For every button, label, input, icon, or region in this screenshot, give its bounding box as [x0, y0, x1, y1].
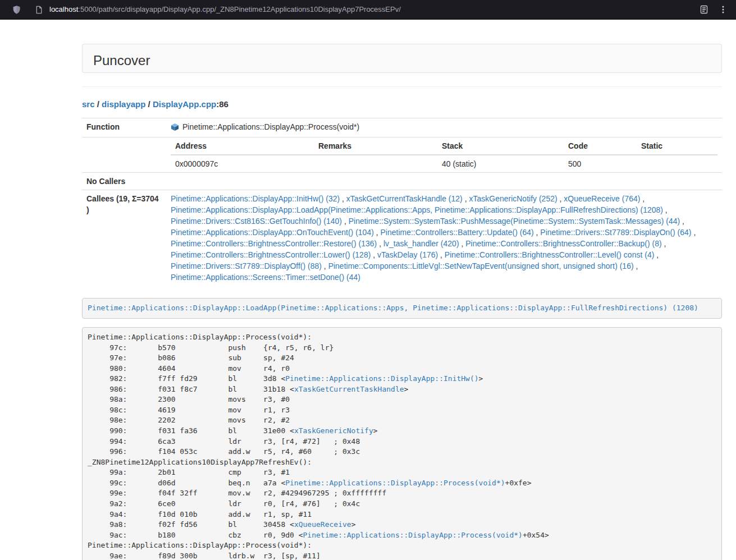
function-details-cell: Address Remarks Stack Code Static 0x0000…: [166, 137, 722, 173]
callee-link[interactable]: Pinetime::Drivers::St7789::DisplayOff() …: [171, 261, 322, 270]
breadcrumb-line-number: :86: [216, 99, 228, 109]
callee-link[interactable]: xTaskGenericNotify (252): [469, 194, 557, 203]
reader-view-icon[interactable]: [697, 2, 711, 17]
callee-link[interactable]: Pinetime::Controllers::BrightnessControl…: [465, 239, 661, 248]
column-stack: Stack: [437, 137, 564, 155]
callee-separator: ,: [459, 239, 466, 248]
function-name: Pinetime::Applications::DisplayApp::Proc…: [182, 122, 359, 131]
callee-link[interactable]: lv_task_handler (420): [383, 239, 459, 248]
callee-link[interactable]: vTaskDelay (176): [377, 250, 438, 259]
callee-separator: ,: [534, 228, 541, 237]
browser-chrome: localhost:5000/path/src/displayapp/Displ…: [0, 0, 736, 20]
callees-label: Callees (19, Σ=3704 ): [82, 190, 166, 286]
callee-separator: ,: [438, 250, 445, 259]
page-icon[interactable]: [31, 2, 46, 17]
callee-link[interactable]: Pinetime::Controllers::Battery::Update()…: [381, 228, 534, 237]
tracking-protection-shield-icon[interactable]: [9, 2, 24, 17]
table-row: 0x0000097c 40 (static) 500: [171, 155, 717, 172]
code-symbol-link[interactable]: xTaskGetCurrentTaskHandle: [294, 385, 404, 393]
function-cube-icon: [171, 123, 179, 134]
callee-separator: ,: [377, 239, 383, 248]
callee-separator: ,: [371, 250, 377, 259]
callee-link[interactable]: xQueueReceive (764): [564, 194, 640, 203]
url-path: :5000/path/src/displayapp/DisplayApp.cpp…: [78, 5, 401, 13]
callees-row: Callees (19, Σ=3704 ) Pinetime::Applicat…: [82, 190, 722, 286]
breadcrumb-separator: /: [95, 99, 102, 109]
callee-link[interactable]: Pinetime::Drivers::St7789::DisplayOn() (…: [540, 228, 691, 237]
highlighted-symbol-link[interactable]: Pinetime::Applications::DisplayApp::Load…: [88, 304, 698, 312]
callee-separator: ,: [322, 261, 328, 270]
callee-link[interactable]: Pinetime::Components::LittleVgl::SetNewT…: [328, 261, 634, 270]
callee-separator: ,: [692, 228, 696, 237]
url-host: localhost: [49, 5, 78, 13]
function-name-cell: Pinetime::Applications::DisplayApp::Proc…: [166, 118, 722, 137]
kebab-menu-icon[interactable]: [716, 2, 730, 17]
callee-separator: ,: [662, 239, 666, 248]
divider: [82, 86, 722, 87]
column-code: Code: [564, 137, 637, 155]
callee-separator: ,: [342, 217, 349, 226]
breadcrumb-src-link[interactable]: src: [82, 99, 95, 109]
code-symbol-link[interactable]: xTaskGenericNotify: [294, 426, 373, 435]
callees-cell: Pinetime::Applications::DisplayApp::Init…: [166, 190, 722, 286]
callee-separator: ,: [640, 194, 644, 203]
callee-link[interactable]: Pinetime::Controllers::BrightnessControl…: [171, 239, 377, 248]
callee-link[interactable]: Pinetime::Applications::Screens::Timer::…: [171, 273, 360, 282]
code-cell: 500: [564, 155, 637, 172]
app-header: Puncover: [82, 44, 722, 73]
callee-separator: ,: [680, 217, 684, 226]
column-static: Static: [637, 137, 717, 155]
details-header-row: Address Remarks Stack Code Static: [171, 137, 717, 155]
no-callers-row: No Callers: [82, 173, 722, 190]
callee-link[interactable]: Pinetime::Applications::DisplayApp::Init…: [171, 194, 340, 203]
callees-list: Pinetime::Applications::DisplayApp::Init…: [171, 193, 717, 283]
column-remarks: Remarks: [314, 137, 437, 155]
page-title: Puncover: [93, 53, 150, 68]
disassembly: Pinetime::Applications::DisplayApp::Proc…: [82, 327, 722, 560]
function-details-row: Address Remarks Stack Code Static 0x0000…: [82, 137, 722, 173]
callee-separator: ,: [663, 205, 668, 214]
function-row: Function Pinetime::Applications::Display…: [82, 118, 722, 137]
static-cell: [637, 155, 717, 172]
page-container: Puncover src / displayapp / DisplayApp.c…: [82, 20, 722, 560]
callee-link[interactable]: Pinetime::Controllers::BrightnessControl…: [171, 250, 371, 259]
callee-separator: ,: [634, 261, 638, 270]
callee-link[interactable]: xTaskGetCurrentTaskHandle (12): [346, 194, 463, 203]
callee-separator: ,: [340, 194, 346, 203]
empty-label-cell: [82, 137, 166, 173]
no-callers-label: No Callers: [82, 173, 166, 190]
function-label: Function: [82, 118, 166, 137]
no-callers-cell: [166, 173, 722, 190]
stack-cell: 40 (static): [437, 155, 564, 172]
code-symbol-link[interactable]: xQueueReceive: [294, 520, 351, 529]
callee-link[interactable]: Pinetime::Drivers::Cst816S::GetTouchInfo…: [171, 217, 342, 226]
url-bar[interactable]: localhost:5000/path/src/displayapp/Displ…: [49, 4, 697, 15]
breadcrumb: src / displayapp / DisplayApp.cpp:86: [82, 98, 722, 110]
column-address: Address: [171, 137, 314, 155]
function-details-table: Address Remarks Stack Code Static 0x0000…: [171, 137, 717, 172]
function-table: Function Pinetime::Applications::Display…: [82, 118, 722, 286]
callee-separator: ,: [654, 250, 659, 259]
breadcrumb-file-link[interactable]: DisplayApp.cpp: [153, 99, 216, 109]
breadcrumb-displayapp-link[interactable]: displayapp: [102, 99, 145, 109]
callee-link[interactable]: Pinetime::Applications::DisplayApp::Load…: [171, 205, 663, 214]
highlighted-symbol-box: Pinetime::Applications::DisplayApp::Load…: [82, 298, 722, 319]
callee-separator: ,: [463, 194, 469, 203]
code-symbol-link[interactable]: Pinetime::Applications::DisplayApp::Proc…: [303, 531, 523, 539]
callee-separator: ,: [374, 228, 381, 237]
callee-link[interactable]: Pinetime::Applications::DisplayApp::OnTo…: [171, 228, 374, 237]
callee-link[interactable]: Pinetime::Controllers::BrightnessControl…: [445, 250, 654, 259]
remarks-cell: [314, 155, 437, 172]
code-symbol-link[interactable]: Pinetime::Applications::DisplayApp::Proc…: [285, 479, 505, 487]
breadcrumb-separator: /: [145, 99, 153, 109]
callee-link[interactable]: Pinetime::System::SystemTask::PushMessag…: [349, 217, 680, 226]
address-cell: 0x0000097c: [171, 155, 314, 172]
callee-separator: ,: [557, 194, 564, 203]
code-symbol-link[interactable]: Pinetime::Applications::DisplayApp::Init…: [285, 374, 478, 383]
